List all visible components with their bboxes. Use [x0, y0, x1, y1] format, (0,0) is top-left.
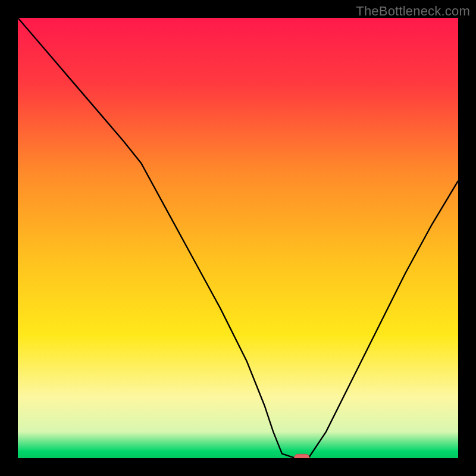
bottleneck-chart — [18, 18, 458, 458]
chart-frame: TheBottleneck.com — [0, 0, 476, 476]
plot-background — [18, 18, 458, 458]
watermark-text: TheBottleneck.com — [356, 4, 470, 19]
optimal-point-marker — [295, 454, 309, 458]
